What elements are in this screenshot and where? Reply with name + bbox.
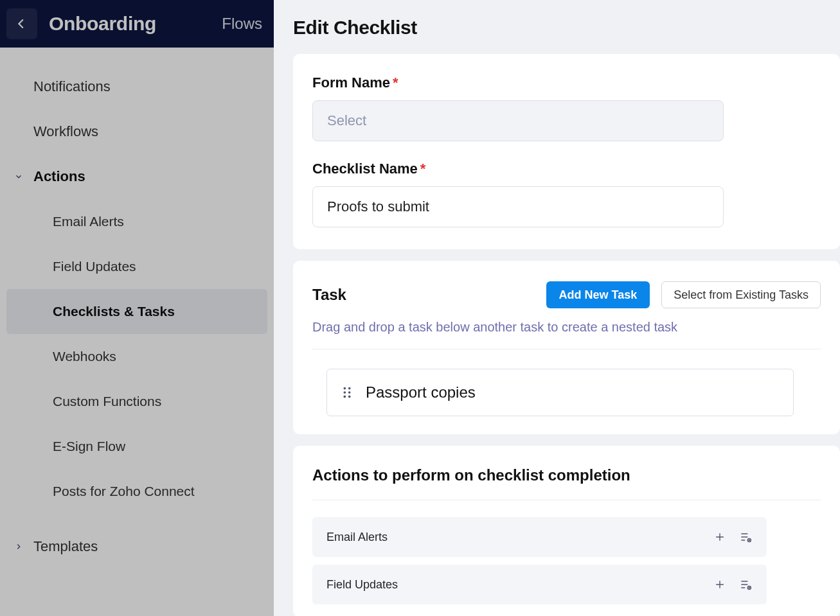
arrow-left-icon [15, 17, 29, 31]
required-asterisk: * [420, 161, 426, 177]
sidebar-item-workflows[interactable]: Workflows [0, 109, 274, 154]
chevron-right-icon [10, 542, 27, 551]
form-name-select[interactable]: Select [312, 100, 724, 141]
sidebar-item-email-alerts[interactable]: Email Alerts [0, 199, 274, 244]
sidebar-item-label: Notifications [33, 78, 111, 95]
back-button[interactable] [6, 8, 37, 39]
add-icon[interactable] [713, 530, 727, 544]
sidebar-item-field-updates[interactable]: Field Updates [0, 244, 274, 289]
form-name-label: Form Name* [312, 75, 821, 91]
svg-point-4 [344, 396, 346, 398]
completion-action-name: Field Updates [326, 578, 398, 592]
sidebar-item-label: Checklists & Tasks [53, 304, 175, 319]
sidebar-item-notifications[interactable]: Notifications [0, 64, 274, 109]
list-add-icon[interactable] [738, 530, 753, 544]
sidebar-item-posts-zoho-connect[interactable]: Posts for Zoho Connect [0, 469, 274, 514]
checklist-form-card: Form Name* Select Checklist Name* [293, 54, 840, 249]
completion-actions-card: Actions to perform on checklist completi… [293, 446, 840, 616]
sidebar-item-label: Email Alerts [53, 214, 124, 229]
sidebar-item-custom-functions[interactable]: Custom Functions [0, 379, 274, 424]
completion-action-row[interactable]: Field Updates [312, 565, 767, 604]
task-card: Task Add New Task Select from Existing T… [293, 261, 840, 434]
select-placeholder: Select [327, 112, 366, 129]
task-helper-text: Drag and drop a task below another task … [312, 320, 821, 349]
svg-point-3 [348, 391, 351, 394]
module-title: Onboarding [49, 13, 156, 35]
sidebar-item-label: Custom Functions [53, 394, 161, 409]
completion-action-row[interactable]: Email Alerts [312, 517, 767, 557]
sidebar-group-templates[interactable]: Templates [0, 524, 274, 569]
drag-handle-icon[interactable] [340, 385, 354, 400]
svg-point-2 [344, 391, 346, 394]
label-text: Form Name [312, 75, 390, 91]
sidebar-item-label: Workflows [33, 123, 98, 140]
list-add-icon[interactable] [738, 577, 753, 592]
required-asterisk: * [393, 75, 398, 91]
sidebar-item-label: E-Sign Flow [53, 439, 125, 454]
checklist-name-input[interactable] [312, 186, 724, 227]
completion-action-name: Email Alerts [326, 531, 388, 544]
sidebar-header: Onboarding Flows [0, 0, 274, 48]
flows-link[interactable]: Flows [222, 15, 262, 33]
sidebar-item-label: Webhooks [53, 349, 116, 364]
add-icon[interactable] [713, 577, 727, 592]
sidenav: Notifications Workflows Actions Email Al… [0, 48, 274, 569]
svg-point-1 [348, 387, 351, 390]
select-existing-tasks-button[interactable]: Select from Existing Tasks [661, 281, 821, 308]
sidebar-item-label: Field Updates [53, 259, 136, 274]
completion-actions-title: Actions to perform on checklist completi… [312, 466, 821, 500]
checklist-name-label: Checklist Name* [312, 161, 821, 177]
page-title: Edit Checklist [293, 17, 840, 39]
task-list: Passport copies [312, 349, 821, 416]
svg-point-0 [344, 387, 346, 390]
sidebar-item-esign-flow[interactable]: E-Sign Flow [0, 424, 274, 469]
sidebar-group-actions[interactable]: Actions [0, 154, 274, 199]
task-item[interactable]: Passport copies [326, 369, 794, 416]
label-text: Checklist Name [312, 161, 418, 177]
sidebar-item-label: Posts for Zoho Connect [53, 484, 195, 499]
sidebar-item-webhooks[interactable]: Webhooks [0, 334, 274, 379]
sidebar-item-checklists-tasks[interactable]: Checklists & Tasks [6, 289, 267, 334]
chevron-down-icon [10, 172, 27, 181]
svg-point-5 [348, 396, 351, 398]
add-new-task-button[interactable]: Add New Task [546, 281, 650, 308]
sidebar-item-label: Actions [33, 168, 85, 185]
task-heading: Task [312, 286, 346, 304]
task-name: Passport copies [366, 383, 476, 401]
sidebar-item-label: Templates [33, 538, 98, 555]
